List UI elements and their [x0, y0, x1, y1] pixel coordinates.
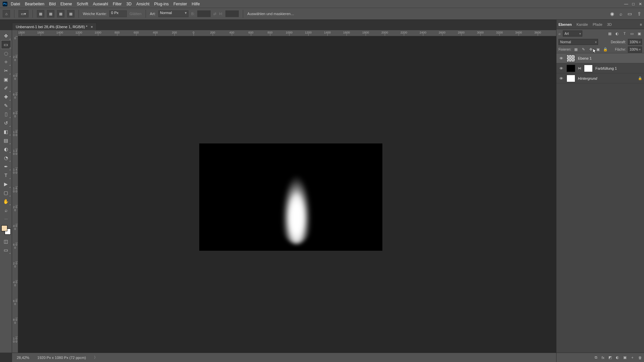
dodge-tool[interactable]: ◔	[1, 154, 11, 162]
healing-tool[interactable]: ✚	[1, 93, 11, 101]
vertical-ruler[interactable]: 02 0 04 0 06 0 08 0 01 0 0 01 2 0 01 4 0…	[12, 30, 18, 353]
layer-thumbnail[interactable]	[567, 65, 575, 72]
shape-tool[interactable]: ▢	[1, 189, 11, 197]
visibility-toggle[interactable]: 👁	[558, 56, 564, 60]
fill-input[interactable]: 100%	[628, 47, 642, 53]
panel-menu-icon[interactable]: ≡	[640, 22, 642, 26]
lock-all-icon[interactable]: 🔒	[603, 47, 608, 52]
layer-name[interactable]: Hintergrund	[578, 76, 597, 80]
menu-bild[interactable]: Bild	[49, 2, 56, 6]
filter-image-icon[interactable]: ▦	[607, 31, 612, 36]
lock-artboard-icon[interactable]: ▣	[595, 47, 601, 52]
delete-layer-button[interactable]: 🗑	[638, 356, 642, 360]
menu-3d[interactable]: 3D	[126, 2, 131, 6]
color-swatches[interactable]	[1, 225, 11, 235]
menu-datei[interactable]: Datei	[11, 2, 20, 6]
share-icon[interactable]: ⇪	[637, 11, 641, 16]
move-tool[interactable]: ✥	[1, 32, 11, 40]
eyedropper-tool[interactable]: ✐	[1, 84, 11, 92]
horizontal-ruler[interactable]: 1800160014001200100080060040020002004006…	[18, 30, 556, 36]
edit-toolbar-button[interactable]: ⋯	[1, 215, 11, 223]
layer-row[interactable]: 👁 Ebene 1	[556, 53, 644, 63]
blur-tool[interactable]: ◐	[1, 145, 11, 153]
frame-tool[interactable]: ▣	[1, 75, 11, 83]
mask-thumbnail[interactable]	[584, 65, 593, 72]
lock-position-icon[interactable]: ✥	[588, 47, 593, 52]
visibility-toggle[interactable]: 👁	[558, 76, 564, 80]
maximize-button[interactable]: □	[632, 2, 635, 6]
brush-tool[interactable]: ✎	[1, 102, 11, 110]
screenmode-button[interactable]: ▭	[1, 246, 11, 254]
mask-button[interactable]: ◩	[608, 355, 612, 360]
filter-adjust-icon[interactable]: ◐	[614, 31, 620, 36]
style-select[interactable]: Normal	[158, 10, 189, 17]
new-layer-button[interactable]: ＋	[631, 355, 634, 360]
adjustment-button[interactable]: ◐	[616, 355, 619, 360]
minimize-button[interactable]: —	[624, 2, 628, 6]
tab-pfade[interactable]: Pfade	[593, 22, 602, 26]
tab-kanale[interactable]: Kanäle	[577, 22, 588, 26]
menu-ansicht[interactable]: Ansicht	[136, 2, 149, 6]
path-select-tool[interactable]: ▶	[1, 180, 11, 188]
viewport[interactable]	[18, 36, 556, 353]
link-layers-button[interactable]: ⧉	[595, 355, 597, 360]
menu-filter[interactable]: Filter	[113, 2, 122, 6]
add-selection-button[interactable]: ▦	[47, 10, 54, 17]
hand-tool[interactable]: ✋	[1, 197, 11, 205]
layer-row[interactable]: 👁 ⋈ Farbfüllung 1	[556, 63, 644, 73]
layer-thumbnail[interactable]	[567, 75, 575, 82]
menu-fenster[interactable]: Fenster	[173, 2, 187, 6]
document-tab[interactable]: Unbenannt-1 bei 28,4% (Ebene 1, RGB/8) *…	[12, 23, 97, 30]
search-icon[interactable]: ⌕	[620, 11, 622, 16]
zoom-readout[interactable]: 28,42%	[17, 356, 29, 360]
group-button[interactable]: ▣	[623, 355, 627, 360]
quickmask-button[interactable]: ◫	[1, 237, 11, 245]
fx-button[interactable]: fx	[601, 356, 604, 360]
opacity-input[interactable]: 100%	[628, 39, 642, 45]
menu-plugins[interactable]: Plug-ins	[154, 2, 169, 6]
menu-schrift[interactable]: Schrift	[77, 2, 88, 6]
feather-input[interactable]: 0 Px	[109, 10, 127, 17]
marquee-tool[interactable]: ▭	[1, 41, 11, 49]
eraser-tool[interactable]: ◧	[1, 128, 11, 136]
blend-mode-select[interactable]: Normal	[558, 39, 598, 45]
filter-type-icon[interactable]: T	[622, 31, 627, 36]
intersect-selection-button[interactable]: ▦	[67, 10, 74, 17]
gradient-tool[interactable]: ▤	[1, 136, 11, 144]
lasso-tool[interactable]: ◌	[1, 49, 11, 57]
tool-preset-button[interactable]: ▭▾	[18, 10, 29, 17]
crop-tool[interactable]: ✂	[1, 67, 11, 75]
filter-shape-icon[interactable]: ▭	[629, 31, 635, 36]
menu-bearbeiten[interactable]: Bearbeiten	[25, 2, 44, 6]
filter-smart-icon[interactable]: ▣	[637, 31, 642, 36]
visibility-toggle[interactable]: 👁	[558, 66, 564, 70]
layer-name[interactable]: Farbfüllung 1	[595, 66, 617, 70]
subtract-selection-button[interactable]: ▦	[57, 10, 64, 17]
menu-auswahl[interactable]: Auswahl	[93, 2, 108, 6]
new-selection-button[interactable]: ▦	[37, 10, 44, 17]
cloud-docs-icon[interactable]: ◉	[610, 11, 614, 16]
layer-name[interactable]: Ebene 1	[578, 56, 592, 60]
link-icon[interactable]: ⋈	[578, 66, 581, 70]
history-brush-tool[interactable]: ↺	[1, 119, 11, 127]
tab-ebenen[interactable]: Ebenen	[558, 22, 572, 26]
type-tool[interactable]: T	[1, 171, 11, 179]
lock-brush-icon[interactable]: ✎	[581, 47, 586, 52]
home-button[interactable]: ⌂	[3, 10, 10, 17]
layer-row[interactable]: 👁 Hintergrund 🔒	[556, 73, 644, 83]
pen-tool[interactable]: ✒	[1, 163, 11, 171]
filter-type-select[interactable]: Art	[563, 31, 582, 37]
menu-hilfe[interactable]: Hilfe	[192, 2, 200, 6]
arrange-icon[interactable]: ▭	[628, 11, 632, 16]
select-and-mask-button[interactable]: Auswählen und maskieren…	[247, 12, 294, 16]
menu-ebene[interactable]: Ebene	[60, 2, 72, 6]
stamp-tool[interactable]: ⌷	[1, 110, 11, 118]
wand-tool[interactable]: ✧	[1, 58, 11, 66]
status-arrow-icon[interactable]: 〉	[94, 355, 98, 360]
doc-info-readout[interactable]: 1920 Px x 1080 Px (72 ppcm)	[37, 356, 86, 360]
document-tab-close[interactable]: ×	[91, 25, 93, 29]
lock-pixels-icon[interactable]: ▦	[573, 47, 579, 52]
close-button[interactable]: ✕	[639, 2, 642, 6]
tab-3d[interactable]: 3D	[607, 22, 612, 26]
document-canvas[interactable]	[199, 143, 382, 251]
